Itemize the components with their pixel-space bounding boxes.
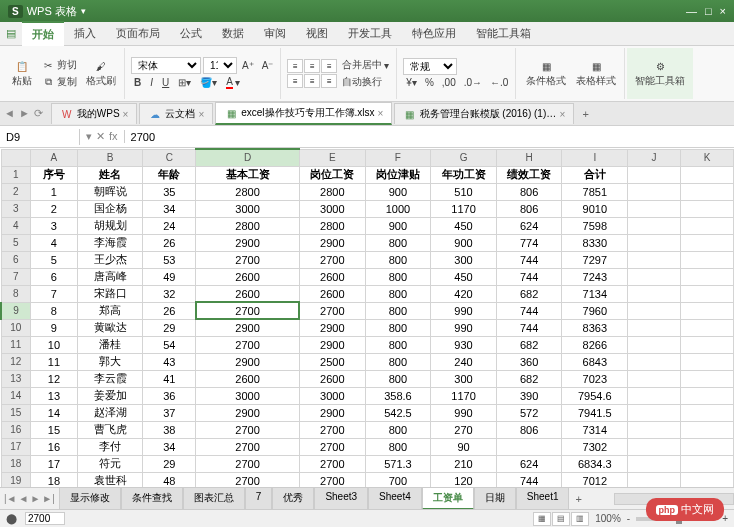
row-header[interactable]: 8 [1,285,31,302]
cell[interactable]: 34 [143,200,196,217]
cell[interactable] [628,251,681,268]
cell[interactable]: 赵泽湖 [77,404,143,421]
cell[interactable]: 682 [496,285,562,302]
sheet-tab[interactable]: Sheet4 [368,487,422,510]
cell[interactable]: 624 [496,217,562,234]
cell[interactable]: 8266 [562,336,628,353]
cell[interactable]: 2600 [196,285,300,302]
cell[interactable]: 800 [365,234,431,251]
cell[interactable]: 270 [431,421,497,438]
cell[interactable]: 黄歐达 [77,319,143,336]
cell[interactable]: 800 [365,251,431,268]
cell[interactable]: 符元 [77,455,143,472]
row-header[interactable]: 18 [1,455,31,472]
font-color-button[interactable]: A▾ [223,75,243,90]
cell[interactable]: 7134 [562,285,628,302]
paste-button[interactable]: 📋 粘贴 [8,58,36,90]
zoom-level[interactable]: 100% [595,513,621,524]
cell[interactable]: 32 [143,285,196,302]
cell[interactable]: 7023 [562,370,628,387]
sheet-nav-first-icon[interactable]: |◄ [4,493,17,504]
cell[interactable]: 53 [143,251,196,268]
cell[interactable]: 800 [365,370,431,387]
decrease-font-button[interactable]: A⁻ [259,57,277,74]
row-header[interactable]: 4 [1,217,31,234]
doc-tab-mywps[interactable]: W 我的WPS × [51,103,138,124]
cell[interactable] [681,166,734,183]
cell[interactable]: 岗位工资 [299,166,365,183]
cell[interactable]: 35 [143,183,196,200]
align-bottom-center[interactable]: ≡ [304,74,320,88]
cell[interactable] [628,319,681,336]
row-header[interactable]: 2 [1,183,31,200]
cell[interactable]: 7243 [562,268,628,285]
cell[interactable] [681,200,734,217]
cell[interactable]: 390 [496,387,562,404]
cell[interactable] [628,353,681,370]
cell[interactable]: 420 [431,285,497,302]
cell[interactable]: 240 [431,353,497,370]
cell[interactable]: 800 [365,285,431,302]
row-header[interactable]: 14 [1,387,31,404]
cell[interactable]: 1170 [431,387,497,404]
cell[interactable]: 8363 [562,319,628,336]
select-all-corner[interactable] [1,149,31,166]
currency-button[interactable]: ¥▾ [403,76,420,89]
cell[interactable]: 郭大 [77,353,143,370]
cell[interactable]: 17 [31,455,78,472]
cell[interactable]: 26 [143,234,196,251]
cell[interactable]: 90 [431,438,497,455]
cell[interactable] [628,421,681,438]
cell[interactable]: 姓名 [77,166,143,183]
row-header[interactable]: 3 [1,200,31,217]
sheet-tab[interactable]: 日期 [474,487,516,510]
cell[interactable]: 2 [31,200,78,217]
close-button[interactable]: × [720,5,726,17]
cell[interactable]: 572 [496,404,562,421]
row-header[interactable]: 13 [1,370,31,387]
cell[interactable]: 2700 [299,421,365,438]
cell[interactable]: 800 [365,336,431,353]
cell-style-button[interactable]: ▦ 表格样式 [572,58,620,90]
cell[interactable]: 5 [31,251,78,268]
row-header[interactable]: 16 [1,421,31,438]
cell[interactable]: 542.5 [365,404,431,421]
cell[interactable]: 绩效工资 [496,166,562,183]
cell[interactable]: 1000 [365,200,431,217]
cell[interactable] [681,251,734,268]
row-header[interactable]: 17 [1,438,31,455]
bold-button[interactable]: B [131,75,144,90]
cell[interactable]: 2900 [299,319,365,336]
fx-icon[interactable]: fx [109,130,118,143]
cell[interactable]: 990 [431,319,497,336]
cell[interactable] [628,166,681,183]
cell[interactable]: 624 [496,455,562,472]
cell[interactable]: 胡规划 [77,217,143,234]
add-sheet-button[interactable]: + [569,491,587,507]
cell[interactable]: 李海霞 [77,234,143,251]
view-break-button[interactable]: ▥ [571,512,589,526]
cell[interactable]: 2900 [196,319,300,336]
cell[interactable]: 2700 [299,455,365,472]
cell[interactable]: 2900 [299,336,365,353]
col-header[interactable]: E [299,149,365,166]
cell[interactable]: 2700 [299,251,365,268]
align-bottom-left[interactable]: ≡ [287,74,303,88]
cell[interactable]: 682 [496,370,562,387]
cell[interactable]: 13 [31,387,78,404]
cell[interactable]: 2900 [299,404,365,421]
cell[interactable] [628,302,681,319]
zoom-out-button[interactable]: - [627,513,630,524]
cell[interactable]: 李云霞 [77,370,143,387]
cell[interactable]: 2900 [196,404,300,421]
cell[interactable]: 2700 [196,438,300,455]
menu-developer[interactable]: 开发工具 [338,22,402,45]
cell[interactable]: 34 [143,438,196,455]
fb-cancel-icon[interactable]: ✕ [96,130,105,143]
align-top-center[interactable]: ≡ [304,59,320,73]
cell[interactable] [628,387,681,404]
cell[interactable] [681,336,734,353]
row-header[interactable]: 10 [1,319,31,336]
cell[interactable]: 49 [143,268,196,285]
cell[interactable] [628,183,681,200]
